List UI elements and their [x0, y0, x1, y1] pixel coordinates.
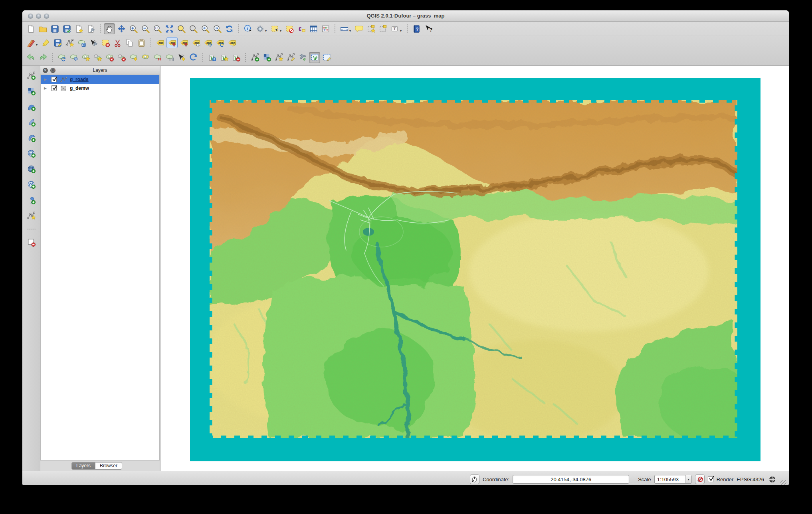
zoom-full[interactable] [164, 23, 175, 34]
delete-part[interactable] [116, 52, 127, 63]
pan-map[interactable] [104, 23, 115, 34]
minimize-button[interactable] [36, 14, 41, 19]
change-label[interactable]: abc [226, 37, 238, 48]
add-mssql-layer[interactable] [26, 132, 37, 143]
current-edits[interactable]: ▾ [25, 37, 36, 48]
panel-tab-layers[interactable]: Layers [71, 462, 95, 470]
zoom-native[interactable]: 1:1 [152, 23, 163, 34]
resize-grip[interactable] [780, 480, 786, 485]
save-layer-edits[interactable] [52, 37, 63, 48]
vertex-tool[interactable] [176, 52, 187, 63]
select-by-expression[interactable]: ε [296, 23, 307, 34]
whats-this[interactable]: ? [423, 23, 434, 34]
zoom-in[interactable] [128, 23, 139, 34]
split-features[interactable] [152, 52, 163, 63]
add-grass-vector-layer[interactable] [249, 52, 260, 63]
coordinate-input[interactable] [513, 475, 629, 484]
show-bookmarks[interactable] [377, 23, 388, 34]
node-tool[interactable] [88, 37, 99, 48]
new-bookmark[interactable] [365, 23, 376, 34]
add-feature[interactable] [64, 37, 75, 48]
simplify-feature[interactable] [68, 52, 79, 63]
zoom-last[interactable] [200, 23, 211, 34]
show-hide-labels[interactable]: abc [190, 37, 202, 48]
text-annotation[interactable]: T▾ [389, 23, 400, 34]
stop-render-button[interactable] [695, 474, 705, 484]
add-postgis-layer[interactable] [26, 101, 37, 112]
edit-grass-vector-layer[interactable] [285, 52, 296, 63]
add-wcs-layer[interactable] [26, 163, 37, 174]
add-part[interactable] [92, 52, 103, 63]
pin-labels[interactable]: abc [166, 37, 178, 48]
layer-item-g_roads[interactable]: ▶g_roads [41, 75, 159, 84]
select-features[interactable]: ▾ [269, 23, 280, 34]
move-feature[interactable] [76, 37, 87, 48]
zoom-to-selection[interactable] [176, 23, 187, 34]
map-tips[interactable] [353, 23, 364, 34]
undo[interactable] [25, 52, 36, 63]
coordinate-display-toggle-button[interactable] [470, 474, 479, 484]
new-mapset[interactable] [218, 52, 230, 63]
map-canvas[interactable] [160, 66, 789, 471]
render-checkbox[interactable] [708, 476, 713, 482]
new-project[interactable] [25, 23, 36, 34]
add-delimited-text-layer[interactable] [26, 194, 37, 206]
add-spatialite-layer[interactable] [26, 117, 37, 128]
rotate-label[interactable]: abc [214, 37, 226, 48]
field-calculator[interactable] [320, 23, 331, 34]
pan-to-selection[interactable] [116, 23, 127, 34]
rotate-point-symbols[interactable] [188, 52, 199, 63]
open-mapset[interactable] [206, 52, 218, 63]
scale-combo[interactable]: 1:105593 ▾ [654, 475, 692, 484]
close-button[interactable] [28, 14, 33, 19]
panel-tab-browser[interactable]: Browser [95, 462, 122, 470]
open-attribute-table[interactable] [308, 23, 319, 34]
delete-selected[interactable] [100, 37, 111, 48]
labeling-options[interactable]: abc [154, 37, 166, 48]
add-wms-layer[interactable] [26, 148, 37, 159]
expand-triangle-icon[interactable]: ▶ [44, 77, 48, 81]
layer-visibility-checkbox[interactable] [51, 77, 57, 82]
save-project-as[interactable] [61, 23, 72, 34]
expand-triangle-icon[interactable]: ▶ [44, 86, 48, 90]
delete-ring[interactable] [104, 52, 115, 63]
run-feature-action[interactable]: ▾ [254, 23, 265, 34]
measure-line[interactable]: ▾ [339, 23, 350, 34]
new-print-composer[interactable] [73, 23, 84, 34]
move-label[interactable]: abc [202, 37, 214, 48]
save-project[interactable] [49, 23, 60, 34]
toggle-editing[interactable] [40, 37, 51, 48]
composer-manager[interactable] [85, 23, 96, 34]
layer-visibility-checkbox[interactable] [51, 85, 57, 91]
crs-status-button[interactable] [767, 474, 777, 484]
display-current-grass-region[interactable] [309, 52, 320, 63]
refresh-map[interactable] [224, 23, 235, 34]
add-wfs-layer[interactable] [26, 179, 37, 190]
identify-features[interactable]: i [242, 23, 254, 34]
rotate-feature[interactable] [56, 52, 67, 63]
layer-item-g_demw[interactable]: ▶g_demw [41, 84, 159, 93]
merge-features[interactable] [164, 52, 175, 63]
zoom-out[interactable] [140, 23, 151, 34]
cut-features[interactable] [112, 37, 123, 48]
close-mapset[interactable] [230, 52, 242, 63]
reshape-features[interactable] [128, 52, 139, 63]
add-raster-layer[interactable] [26, 85, 37, 97]
chevron-down-icon[interactable]: ▾ [685, 475, 691, 483]
remove-layer[interactable] [26, 237, 37, 248]
redo[interactable] [37, 52, 48, 63]
open-project[interactable] [37, 23, 48, 34]
zoom-window-button[interactable] [44, 14, 49, 19]
offset-curve[interactable] [140, 52, 151, 63]
zoom-next[interactable] [212, 23, 223, 34]
paste-features[interactable] [136, 37, 147, 48]
add-vector-layer[interactable] [26, 70, 37, 81]
add-grass-raster-layer[interactable] [261, 52, 272, 63]
zoom-to-layer[interactable] [188, 23, 199, 34]
highlight-pinned-labels[interactable]: abc [178, 37, 190, 48]
copy-features[interactable] [124, 37, 135, 48]
deselect-features[interactable] [284, 23, 295, 34]
create-new-grass-vector[interactable] [273, 52, 284, 63]
open-grass-tools[interactable] [297, 52, 308, 63]
edit-current-grass-region[interactable] [321, 52, 332, 63]
